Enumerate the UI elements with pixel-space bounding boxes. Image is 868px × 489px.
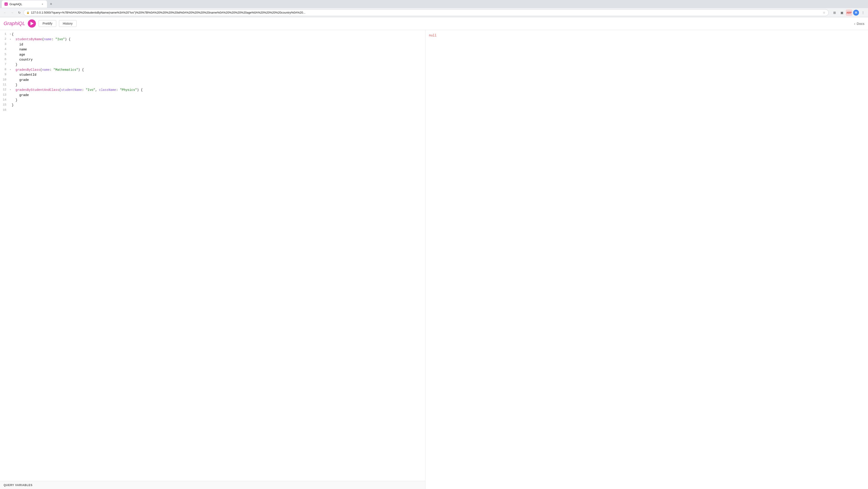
history-button[interactable]: History: [59, 20, 76, 27]
line-number: 8: [0, 67, 9, 72]
line-gutter: [9, 72, 12, 77]
code-line-6: 6 country: [0, 57, 425, 62]
line-content: grade: [12, 78, 425, 83]
line-gutter: [9, 62, 12, 67]
line-content: studentId: [12, 72, 425, 77]
new-tab-button[interactable]: +: [48, 1, 54, 7]
bookmark-icon[interactable]: ☆: [822, 11, 826, 15]
line-number: 15: [0, 103, 9, 108]
result-content: null: [426, 30, 868, 489]
browser-chrome: G GraphiQL × + ← → ↻ 🔒 ☆ ⊞ ▣ ABP M ⋮: [0, 0, 868, 17]
docs-chevron-icon: ‹: [854, 22, 855, 26]
graphiql-logo: GraphiQL: [4, 21, 25, 26]
address-bar-icons: ☆: [822, 11, 826, 15]
line-gutter: [9, 108, 12, 113]
line-content: gradesByClass(name: "Mathematics") {: [12, 67, 425, 72]
line-number: 10: [0, 78, 9, 83]
line-content: }: [12, 97, 425, 103]
line-content: country: [12, 57, 425, 62]
code-line-8: 8 ▾ gradesByClass(name: "Mathematics") {: [0, 67, 425, 72]
line-content: gradesByStudentAndClass(studentName: "Iv…: [12, 87, 425, 92]
reload-button[interactable]: ↻: [16, 9, 23, 16]
profile-button[interactable]: M: [853, 10, 859, 16]
line-gutter: ▾: [9, 67, 12, 72]
line-number: 14: [0, 97, 9, 103]
line-content: id: [12, 42, 425, 47]
line-gutter: ▾: [9, 32, 12, 37]
line-number: 2: [0, 37, 9, 42]
code-line-16: 16: [0, 108, 425, 113]
line-gutter: [9, 52, 12, 57]
tab-favicon: G: [4, 2, 8, 6]
line-number: 6: [0, 57, 9, 62]
editor-area: 1 ▾ { 2 ▾ studentsByName(name: "Ivo") { …: [0, 30, 868, 489]
line-number: 13: [0, 93, 9, 97]
line-content: [12, 108, 425, 113]
line-gutter: ▾: [9, 87, 12, 92]
logo-text: GraphiQL: [4, 21, 25, 26]
line-content: }: [12, 83, 425, 87]
browser-tab[interactable]: G GraphiQL ×: [2, 0, 47, 8]
browser-toolbar-right: ⊞ ▣ ABP M ⋮: [831, 9, 866, 16]
code-line-11: 11 }: [0, 83, 425, 87]
reload-icon: ↻: [18, 11, 21, 15]
address-input[interactable]: [31, 11, 821, 14]
code-line-13: 13 grade: [0, 93, 425, 97]
line-gutter: [9, 103, 12, 108]
run-button[interactable]: [28, 20, 36, 28]
query-panel: 1 ▾ { 2 ▾ studentsByName(name: "Ivo") { …: [0, 30, 426, 489]
line-number: 1: [0, 32, 9, 37]
back-icon: ←: [3, 11, 6, 15]
line-content: {: [12, 32, 425, 37]
line-gutter: [9, 93, 12, 97]
line-content: }: [12, 62, 425, 67]
menu-button[interactable]: ⋮: [860, 9, 866, 16]
line-number: 3: [0, 42, 9, 47]
result-null-value: null: [429, 34, 437, 37]
line-gutter: ▾: [9, 37, 12, 42]
query-variables-bar[interactable]: QUERY VARIABLES: [0, 481, 425, 489]
code-line-4: 4 name: [0, 47, 425, 52]
wallet-button[interactable]: ▣: [839, 9, 845, 16]
line-number: 5: [0, 52, 9, 57]
lock-icon: 🔒: [26, 11, 30, 14]
line-number: 9: [0, 72, 9, 77]
line-content: grade: [12, 93, 425, 97]
code-line-3: 3 id: [0, 42, 425, 47]
forward-icon: →: [10, 11, 14, 15]
line-content: age: [12, 52, 425, 57]
query-editor[interactable]: 1 ▾ { 2 ▾ studentsByName(name: "Ivo") { …: [0, 30, 425, 481]
graphiql-header: GraphiQL Prettify History ‹ Docs: [0, 17, 868, 30]
code-line-1: 1 ▾ {: [0, 32, 425, 37]
navigation-bar: ← → ↻ 🔒 ☆ ⊞ ▣ ABP M ⋮: [0, 8, 868, 17]
forward-button[interactable]: →: [9, 9, 16, 16]
line-content: }: [12, 103, 425, 108]
code-line-9: 9 studentId: [0, 72, 425, 77]
code-line-10: 10 grade: [0, 78, 425, 83]
line-gutter: [9, 42, 12, 47]
run-icon: [30, 22, 34, 25]
line-gutter: [9, 57, 12, 62]
tab-title: GraphiQL: [9, 2, 39, 6]
line-gutter: [9, 97, 12, 103]
code-line-2: 2 ▾ studentsByName(name: "Ivo") {: [0, 37, 425, 42]
tab-close-button[interactable]: ×: [41, 2, 44, 6]
code-line-12: 12 ▾ gradesByStudentAndClass(studentName…: [0, 87, 425, 92]
line-number: 11: [0, 83, 9, 87]
docs-button[interactable]: ‹ Docs: [854, 22, 864, 26]
line-content: name: [12, 47, 425, 52]
tab-bar: G GraphiQL × +: [0, 0, 868, 8]
adblocker-button[interactable]: ABP: [846, 9, 852, 16]
back-button[interactable]: ←: [2, 9, 8, 16]
docs-label: Docs: [857, 22, 864, 26]
prettify-button[interactable]: Prettify: [39, 20, 56, 27]
extensions-button[interactable]: ⊞: [831, 9, 838, 16]
line-number: 7: [0, 62, 9, 67]
address-bar-container: 🔒 ☆: [24, 9, 829, 16]
line-gutter: [9, 83, 12, 87]
line-number: 4: [0, 47, 9, 52]
code-line-5: 5 age: [0, 52, 425, 57]
graphiql-app: GraphiQL Prettify History ‹ Docs 1 ▾ {: [0, 17, 868, 489]
line-number: 16: [0, 108, 9, 113]
result-panel: null: [426, 30, 868, 489]
